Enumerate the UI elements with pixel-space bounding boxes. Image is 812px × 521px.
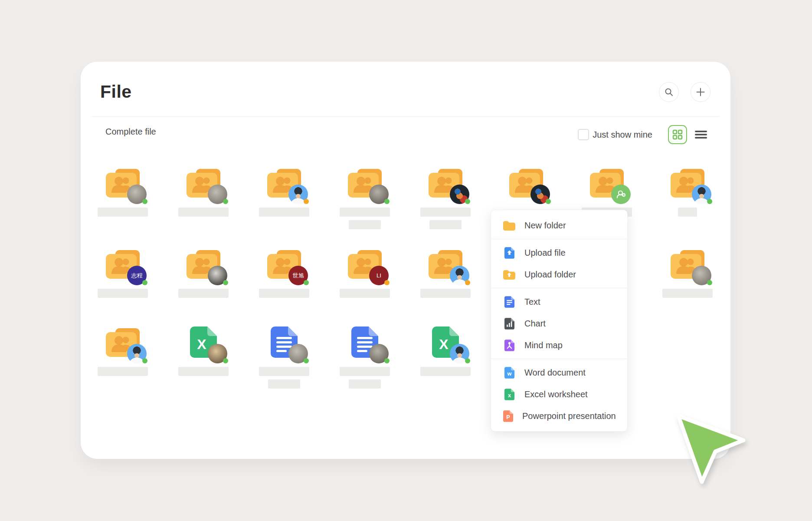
file-icon-wrap — [647, 247, 728, 280]
placeholder-line — [178, 289, 229, 298]
file-item-r3c4[interactable] — [324, 326, 405, 389]
filter-label: Just show mine — [593, 130, 652, 140]
file-item-r3c5[interactable]: X — [405, 326, 486, 376]
menu-item-label: Word document — [524, 368, 586, 378]
menu-item-label: New folder — [524, 221, 566, 231]
placeholder-line — [662, 289, 713, 298]
filename-placeholder — [98, 289, 148, 298]
status-dot — [304, 199, 309, 204]
file-icon-wrap — [163, 166, 244, 198]
file-icon-wrap — [405, 247, 486, 280]
menu-item-upload-folder[interactable]: Upload folder — [491, 264, 627, 285]
search-button[interactable] — [659, 82, 679, 102]
file-excel-icon: x — [503, 389, 515, 400]
file-item-r3c3[interactable] — [244, 326, 324, 389]
list-view-button[interactable] — [695, 130, 707, 139]
placeholder-line — [420, 208, 471, 217]
file-word-icon: w — [503, 367, 515, 379]
file-item-r1c1[interactable] — [82, 166, 163, 217]
just-show-mine-filter[interactable]: Just show mine — [578, 129, 652, 140]
menu-item-mind-map[interactable]: Mind map — [491, 334, 627, 356]
file-item-r1c7[interactable] — [566, 166, 647, 217]
status-dot — [384, 358, 390, 363]
file-item-r2c2[interactable] — [163, 247, 244, 298]
file-item-r2c8[interactable] — [647, 247, 728, 298]
filename-placeholder — [420, 289, 471, 298]
menu-item-text[interactable]: Text — [491, 291, 627, 313]
placeholder-line — [349, 220, 381, 229]
menu-item-powerpoint-presentation[interactable]: PPowerpoint presentation — [491, 405, 627, 427]
menu-item-excel-worksheet[interactable]: xExcel worksheet — [491, 383, 627, 405]
status-dot — [142, 199, 147, 204]
status-dot — [384, 280, 390, 285]
status-dot — [707, 199, 712, 204]
filename-placeholder — [340, 367, 390, 389]
menu-item-new-folder[interactable]: New folder — [491, 214, 627, 236]
filename-placeholder — [259, 367, 309, 389]
file-icon-wrap: X — [163, 326, 244, 358]
file-item-r1c6[interactable] — [486, 166, 566, 198]
avatar — [611, 185, 631, 204]
file-upload-icon — [503, 247, 515, 259]
status-dot — [223, 199, 228, 204]
avatar-initials: LI — [377, 272, 381, 279]
file-ppt-icon: P — [503, 410, 513, 422]
file-item-r1c8[interactable] — [647, 166, 728, 217]
menu-item-label: Chart — [524, 319, 546, 329]
file-item-r1c3[interactable] — [244, 166, 324, 217]
grid-view-button[interactable] — [668, 125, 687, 144]
placeholder-line — [178, 208, 229, 217]
file-item-r2c1[interactable]: 志程 — [82, 247, 163, 298]
menu-group: wWord document xExcel worksheet PPowerpo… — [491, 359, 627, 429]
avatar — [692, 266, 711, 285]
avatar — [530, 185, 550, 204]
file-icon-wrap — [82, 326, 163, 358]
add-button[interactable] — [691, 82, 710, 102]
filename-placeholder — [178, 289, 229, 298]
placeholder-line — [98, 208, 148, 217]
svg-text:X: X — [439, 336, 449, 352]
menu-group: Upload file Upload folder — [491, 239, 627, 288]
status-dot — [304, 358, 309, 363]
avatar — [288, 344, 308, 363]
file-item-r1c4[interactable] — [324, 166, 405, 229]
folder-upload-icon — [503, 270, 515, 280]
file-icon-wrap — [324, 166, 405, 198]
avatar — [208, 266, 227, 285]
placeholder-line — [98, 289, 148, 298]
avatar — [450, 266, 469, 285]
member-icon — [615, 188, 627, 201]
file-icon-wrap — [163, 247, 244, 280]
file-item-r3c1[interactable] — [82, 326, 163, 376]
menu-item-chart[interactable]: Chart — [491, 313, 627, 334]
file-text-icon — [503, 296, 515, 308]
file-icon-wrap — [566, 166, 647, 198]
status-dot — [142, 280, 147, 285]
avatar — [692, 185, 711, 204]
svg-text:P: P — [506, 414, 510, 420]
avatar — [288, 185, 308, 204]
placeholder-line — [420, 289, 471, 298]
placeholder-line — [340, 208, 390, 217]
search-icon — [665, 88, 673, 96]
menu-item-label: Excel worksheet — [524, 389, 588, 399]
file-item-r3c2[interactable]: X — [163, 326, 244, 376]
file-item-r1c2[interactable] — [163, 166, 244, 217]
status-dot — [223, 358, 228, 363]
grid-view-icon — [672, 129, 683, 140]
file-chart-icon — [503, 318, 515, 330]
svg-text:x: x — [508, 392, 511, 399]
just-show-mine-checkbox[interactable] — [578, 129, 589, 140]
menu-group: New folder — [491, 212, 627, 239]
avatar — [208, 344, 227, 363]
file-item-r1c5[interactable] — [405, 166, 486, 229]
file-item-r2c3[interactable]: 世旭 — [244, 247, 324, 298]
file-item-r2c5[interactable] — [405, 247, 486, 298]
filename-placeholder — [340, 289, 390, 298]
menu-item-upload-file[interactable]: Upload file — [491, 242, 627, 264]
file-item-r2c4[interactable]: LI — [324, 247, 405, 298]
avatar-initials: 世旭 — [293, 272, 304, 280]
avatar — [369, 344, 389, 363]
placeholder-line — [420, 367, 471, 376]
menu-item-word-document[interactable]: wWord document — [491, 362, 627, 383]
